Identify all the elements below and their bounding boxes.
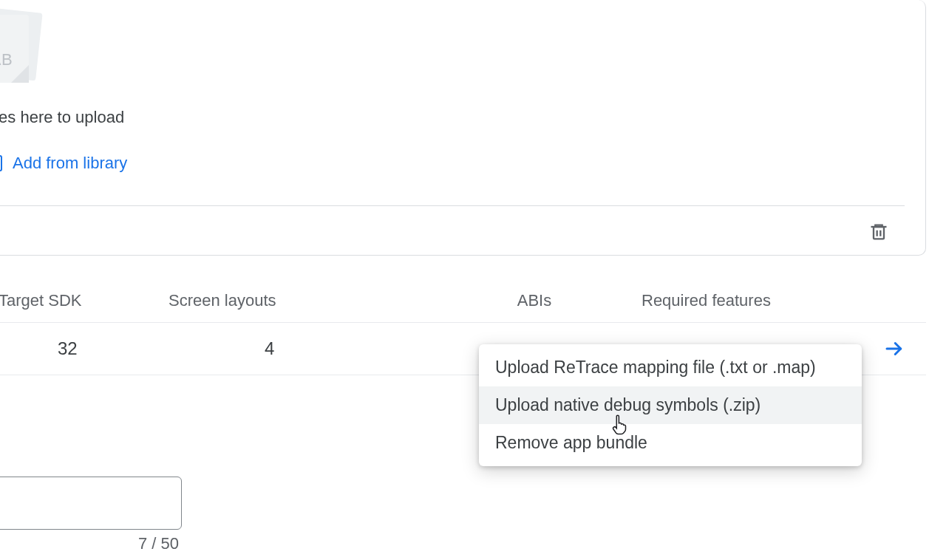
release-name-field-wrap: 7 / 50 xyxy=(0,477,182,553)
col-target-sdk: Target SDK xyxy=(0,291,169,310)
add-from-library-button[interactable]: Add from library xyxy=(0,154,127,173)
upload-card: .AAB dles here to upload Add from librar… xyxy=(0,0,926,256)
divider xyxy=(0,205,905,206)
menu-item-upload-native-symbols[interactable]: Upload native debug symbols (.zip) xyxy=(479,386,862,424)
trash-icon xyxy=(868,222,889,242)
svg-rect-0 xyxy=(874,227,884,239)
bundle-table-header: Target SDK Screen layouts ABIs Required … xyxy=(0,285,926,323)
col-required-features: Required features xyxy=(642,291,852,310)
row-context-menu: Upload ReTrace mapping file (.txt or .ma… xyxy=(479,344,862,466)
delete-bundle-button[interactable] xyxy=(865,219,892,245)
add-to-library-icon xyxy=(0,155,2,171)
aab-file-graphic: .AAB xyxy=(0,15,44,89)
cell-screen-layouts: 4 xyxy=(169,338,427,359)
cell-target-sdk: 32 xyxy=(0,338,169,359)
col-abis: ABIs xyxy=(427,291,642,310)
col-screen-layouts: Screen layouts xyxy=(169,291,427,310)
aab-badge-label: .AAB xyxy=(0,50,13,69)
drop-hint-text: dles here to upload xyxy=(0,108,124,127)
menu-item-remove-bundle[interactable]: Remove app bundle xyxy=(479,424,862,462)
release-name-input[interactable] xyxy=(0,477,182,530)
add-from-library-label: Add from library xyxy=(13,154,127,173)
char-counter: 7 / 50 xyxy=(0,534,182,553)
arrow-right-icon xyxy=(883,338,905,360)
menu-item-upload-retrace[interactable]: Upload ReTrace mapping file (.txt or .ma… xyxy=(479,349,862,386)
